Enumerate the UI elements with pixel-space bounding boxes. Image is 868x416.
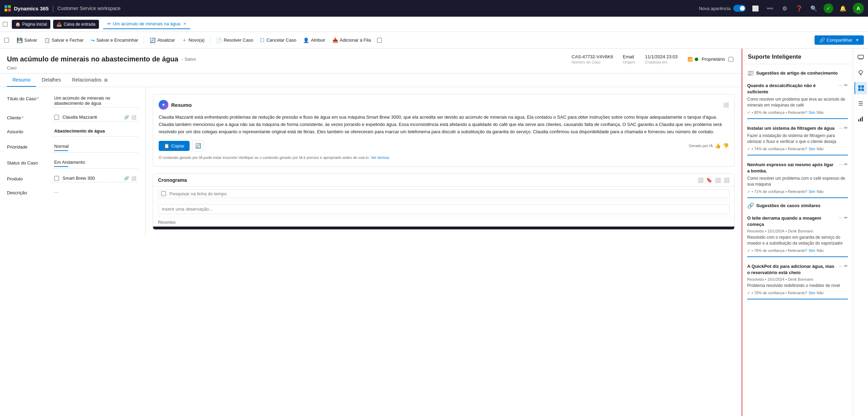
status-value[interactable]: Em Andamento xyxy=(52,158,139,169)
article-1-sim-link[interactable]: Sim xyxy=(809,110,815,114)
search-icon-btn[interactable]: 🔍 xyxy=(809,3,819,13)
case-2-sim-link[interactable]: Sim xyxy=(809,291,815,295)
page-subtitle: Caso xyxy=(7,66,735,70)
save-button[interactable]: 💾 Salvar xyxy=(14,36,40,45)
case-1-header: O leite derrama quando a moagem começa ·… xyxy=(747,215,848,228)
inbox-tab-btn[interactable]: 📥 Caixa de entrada xyxy=(53,20,99,29)
article-3-desc: Como resolver um problema com o café esp… xyxy=(747,176,848,187)
save-route-button[interactable]: ↪ Salvar e Encaminhar xyxy=(88,36,141,45)
assunto-value[interactable]: Abastecimento de água xyxy=(52,127,139,137)
field-status: Status do Caso Em Andamento xyxy=(7,158,139,169)
window-icon-btn[interactable]: ⬜ xyxy=(751,3,760,13)
icon-panel-support-btn[interactable] xyxy=(854,82,867,94)
resolve-button[interactable]: 📄 Resolver Caso xyxy=(213,36,256,45)
svg-rect-8 xyxy=(858,88,861,91)
created-value: 11/1/2024 23:03 xyxy=(645,54,678,59)
prioridade-value[interactable]: Normal xyxy=(52,142,139,153)
summary-header: ✦ Resumo ⬜ xyxy=(159,100,729,110)
save-close-button[interactable]: 📋 Salvar e Fechar xyxy=(41,36,86,45)
cancel-icon: ☐ xyxy=(260,37,265,43)
thumbs-down-icon[interactable]: 👎 xyxy=(723,143,729,148)
user-avatar[interactable]: A xyxy=(853,3,864,14)
share-button[interactable]: 🔗 Compartilhar ▼ xyxy=(815,35,864,45)
article-1-nao-link[interactable]: Não xyxy=(817,110,824,114)
icon-panel-lightbulb-btn[interactable] xyxy=(854,67,867,79)
icon-panel-list-btn[interactable] xyxy=(854,97,867,110)
article-3-more-btn[interactable]: ··· xyxy=(839,162,843,167)
origin-value: Email xyxy=(623,54,635,59)
update-button[interactable]: 🔄 Atualizar xyxy=(147,36,178,45)
tab-resumo[interactable]: Resumo xyxy=(7,74,36,87)
home-tab-btn[interactable]: 🏠 Página Inicial xyxy=(12,20,50,29)
article-3-actions: ··· ✏ xyxy=(839,162,848,167)
active-tab[interactable]: ✏ Um acúmulo de minerais na água ✕ xyxy=(103,19,190,29)
cliente-link-icon[interactable]: 🔗 xyxy=(124,115,129,120)
article-2-edit-btn[interactable]: ✏ xyxy=(844,125,848,130)
timeline-more-icon[interactable]: ⬜ xyxy=(724,177,729,183)
tab-relacionados[interactable]: Relacionados ⊞ xyxy=(66,74,113,87)
icon-panel-analytics-btn[interactable] xyxy=(854,112,867,125)
content-area: Um acúmulo de minerais no abastecimento … xyxy=(0,49,742,416)
nova-aparencia-toggle[interactable]: Nova aparência xyxy=(699,5,746,12)
article-3-edit-btn[interactable]: ✏ xyxy=(844,162,848,167)
case-1-nao-link[interactable]: Não xyxy=(817,248,824,253)
summary-expand-icon[interactable]: ⬜ xyxy=(723,102,729,108)
update-label: Atualizar xyxy=(157,37,175,43)
cliente-value[interactable]: Claudia Mazzanti xyxy=(62,114,122,120)
case-1-confidence-icon: ✓ xyxy=(747,248,750,253)
copy-button[interactable]: 📋 Copiar xyxy=(159,141,190,151)
close-tab-icon[interactable]: ✕ xyxy=(183,22,186,26)
timeline-note-input[interactable] xyxy=(158,204,729,214)
toggle-switch[interactable] xyxy=(733,5,746,12)
titulo-value[interactable]: Um acúmulo de minerais no abastecimento … xyxy=(52,94,139,108)
timeline-search-input[interactable] xyxy=(169,191,726,196)
article-2-nao-link[interactable]: Não xyxy=(817,147,824,151)
article-1-more-btn[interactable]: ··· xyxy=(839,83,843,88)
case-1-more-btn[interactable]: ··· xyxy=(839,215,843,220)
help-icon-btn[interactable]: ❓ xyxy=(794,3,804,13)
timeline-filter-icon[interactable]: ⬜ xyxy=(698,177,703,183)
case-2-nao-link[interactable]: Não xyxy=(817,291,824,295)
case-1-sim-link[interactable]: Sim xyxy=(809,248,815,253)
toolbar-checkbox[interactable] xyxy=(4,38,9,43)
timeline-sort-icon[interactable]: ⬜ xyxy=(715,177,721,183)
knowledge-section-header: 📰 Sugestões de artigo de conhecimento xyxy=(747,70,848,76)
produto-label: Produto xyxy=(7,174,52,181)
case-1-edit-btn[interactable]: ✏ xyxy=(844,215,848,220)
article-3-nao-link[interactable]: Não xyxy=(817,189,824,194)
new-button[interactable]: ＋ Novo(a) xyxy=(179,35,207,45)
add-queue-button[interactable]: 📥 Adicionar à Fila xyxy=(329,36,374,45)
tab-detalhes[interactable]: Detalhes xyxy=(36,74,66,87)
article-1-edit-btn[interactable]: ✏ xyxy=(844,83,848,88)
timeline-search-checkbox[interactable] xyxy=(161,191,166,196)
produto-expand-icon[interactable]: ⬜ xyxy=(131,176,136,181)
timeline-bookmark-icon[interactable]: 🔖 xyxy=(706,177,712,183)
cliente-checkbox[interactable] xyxy=(54,115,59,120)
select-all-checkbox[interactable] xyxy=(3,22,8,27)
case-2-more-btn[interactable]: ··· xyxy=(839,263,843,269)
case-1-actions: ··· ✏ xyxy=(839,215,848,220)
page-header-checkbox[interactable] xyxy=(728,57,733,62)
descricao-value[interactable]: --- xyxy=(52,188,139,196)
toolbar-end-checkbox[interactable] xyxy=(377,38,382,43)
assign-button[interactable]: 👤 Atribuir xyxy=(300,36,328,45)
cancel-button[interactable]: ☐ Cancelar Caso xyxy=(257,36,299,45)
refresh-button[interactable]: 🔄 xyxy=(192,140,203,151)
produto-link-icon[interactable]: 🔗 xyxy=(124,176,129,181)
cliente-expand-icon[interactable]: ⬜ xyxy=(131,115,136,120)
minimize-icon-btn[interactable]: ➖ xyxy=(765,3,775,13)
ver-termos-link[interactable]: Ver termos xyxy=(371,155,389,160)
produto-checkbox[interactable] xyxy=(54,176,59,181)
settings-icon-btn[interactable]: ⚙ xyxy=(780,3,790,13)
article-3-sim-link[interactable]: Sim xyxy=(809,189,815,194)
notification-icon-btn[interactable]: 🔔 xyxy=(838,3,848,13)
status-check-icon[interactable]: ✓ xyxy=(824,3,833,13)
icon-panel-chat-btn[interactable] xyxy=(854,51,867,64)
timeline-note-row xyxy=(153,201,734,217)
case-2-edit-btn[interactable]: ✏ xyxy=(844,263,848,269)
produto-value[interactable]: Smart Brew 300 xyxy=(62,176,122,181)
article-2-more-btn[interactable]: ··· xyxy=(839,125,843,130)
knowledge-icon: 📰 xyxy=(747,70,754,76)
thumbs-up-icon[interactable]: 👍 xyxy=(715,143,721,148)
article-2-sim-link[interactable]: Sim xyxy=(809,147,815,151)
